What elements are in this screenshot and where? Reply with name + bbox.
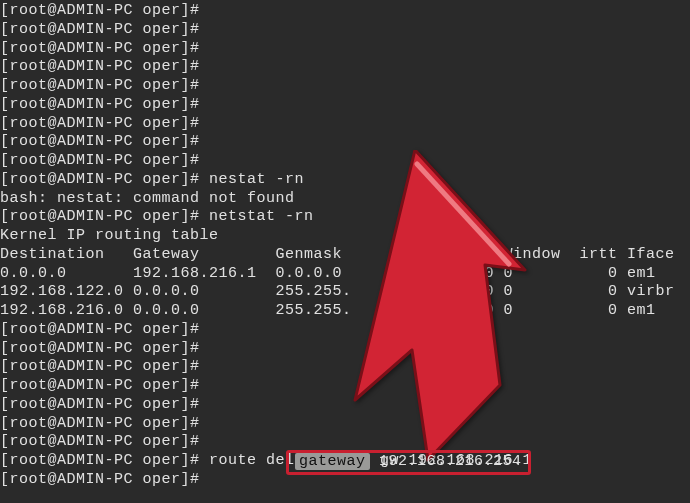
gateway-value: 192.168.216.254	[370, 453, 522, 470]
routing-table-row: 0.0.0.0 192.168.216.1 0.0.0.0 0 0 0 em1	[0, 265, 690, 284]
command-text: nestat -rn	[209, 171, 304, 190]
prompt-line: [root@ADMIN-PC oper]#	[0, 396, 690, 415]
terminal[interactable]: [root@ADMIN-PC oper]# [root@ADMIN-PC ope…	[0, 2, 690, 490]
prompt-line: [root@ADMIN-PC oper]#	[0, 377, 690, 396]
shell-prompt: [root@ADMIN-PC oper]#	[0, 115, 209, 134]
routing-table-columns: Destination Gateway Genmask MSS Window i…	[0, 246, 690, 265]
routing-table-header: Kernel IP routing table	[0, 227, 690, 246]
shell-prompt: [root@ADMIN-PC oper]#	[0, 340, 209, 359]
shell-prompt: [root@ADMIN-PC oper]#	[0, 358, 209, 377]
shell-prompt: [root@ADMIN-PC oper]#	[0, 321, 209, 340]
shell-prompt: [root@ADMIN-PC oper]#	[0, 396, 209, 415]
prompt-line: [root@ADMIN-PC oper]#	[0, 115, 690, 134]
shell-prompt: [root@ADMIN-PC oper]#	[0, 377, 209, 396]
prompt-line: [root@ADMIN-PC oper]#	[0, 58, 690, 77]
shell-prompt: [root@ADMIN-PC oper]#	[0, 96, 209, 115]
shell-prompt: [root@ADMIN-PC oper]#	[0, 40, 209, 59]
prompt-line: [root@ADMIN-PC oper]# netstat -rn	[0, 208, 690, 227]
shell-prompt: [root@ADMIN-PC oper]#	[0, 77, 209, 96]
error-output: bash: nestat: command not found	[0, 190, 690, 209]
prompt-line: [root@ADMIN-PC oper]#	[0, 96, 690, 115]
prompt-line: [root@ADMIN-PC oper]#	[0, 2, 690, 21]
shell-prompt: [root@ADMIN-PC oper]#	[0, 133, 209, 152]
shell-prompt: [root@ADMIN-PC oper]#	[0, 152, 209, 171]
shell-prompt: [root@ADMIN-PC oper]#	[0, 471, 209, 490]
prompt-line: [root@ADMIN-PC oper]#	[0, 340, 690, 359]
shell-prompt: [root@ADMIN-PC oper]#	[0, 2, 209, 21]
shell-prompt: [root@ADMIN-PC oper]#	[0, 171, 209, 190]
shell-prompt: [root@ADMIN-PC oper]#	[0, 433, 209, 452]
shell-prompt: [root@ADMIN-PC oper]#	[0, 208, 209, 227]
prompt-line: [root@ADMIN-PC oper]#	[0, 358, 690, 377]
shell-prompt: [root@ADMIN-PC oper]#	[0, 452, 209, 471]
prompt-line: [root@ADMIN-PC oper]#	[0, 133, 690, 152]
prompt-line: [root@ADMIN-PC oper]#	[0, 21, 690, 40]
prompt-line: [root@ADMIN-PC oper]# nestat -rn	[0, 171, 690, 190]
gateway-highlight: gateway 192.168.216.254	[286, 450, 531, 475]
routing-table-row: 192.168.122.0 0.0.0.0 255.255. 0 0 0 vir…	[0, 283, 690, 302]
shell-prompt: [root@ADMIN-PC oper]#	[0, 21, 209, 40]
shell-prompt: [root@ADMIN-PC oper]#	[0, 58, 209, 77]
prompt-line: [root@ADMIN-PC oper]#	[0, 415, 690, 434]
shell-prompt: [root@ADMIN-PC oper]#	[0, 415, 209, 434]
prompt-line: [root@ADMIN-PC oper]#	[0, 321, 690, 340]
gateway-label: gateway	[295, 453, 370, 470]
command-text: netstat -rn	[209, 208, 314, 227]
prompt-line: [root@ADMIN-PC oper]#	[0, 40, 690, 59]
prompt-line: [root@ADMIN-PC oper]#	[0, 152, 690, 171]
prompt-line: [root@ADMIN-PC oper]#	[0, 77, 690, 96]
routing-table-row: 192.168.216.0 0.0.0.0 255.255. 0 0 0 em1	[0, 302, 690, 321]
